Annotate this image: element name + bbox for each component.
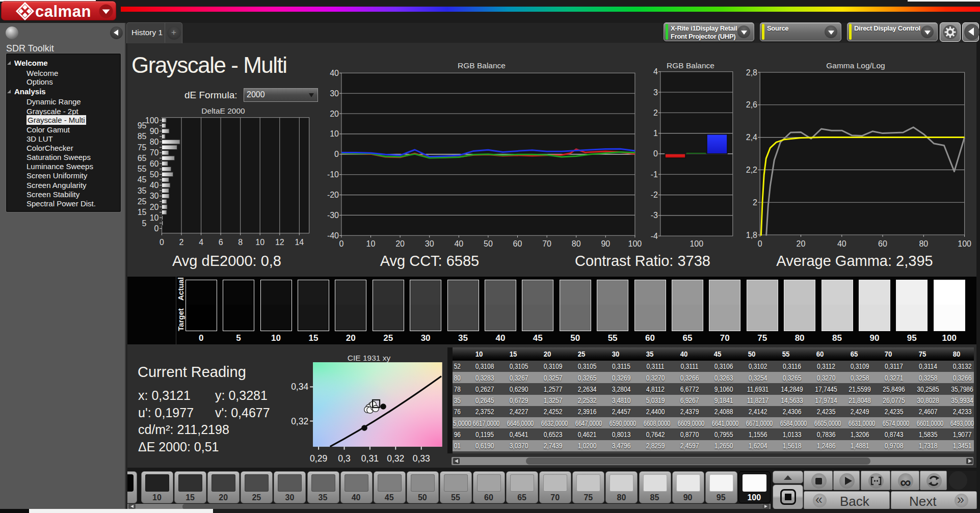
svg-text:20: 20: [150, 203, 159, 211]
svg-text:60: 60: [150, 159, 159, 168]
svg-text:-30: -30: [327, 211, 339, 220]
svg-text:60: 60: [878, 239, 887, 248]
svg-text:2,6: 2,6: [746, 100, 757, 109]
svg-text:2: 2: [753, 198, 757, 207]
svg-text:40: 40: [150, 181, 159, 190]
svg-text:25: 25: [138, 197, 147, 206]
svg-text:Gamma Log/Log: Gamma Log/Log: [826, 61, 885, 70]
svg-text:14: 14: [295, 238, 304, 247]
svg-text:CIE 1931 xy: CIE 1931 xy: [348, 354, 391, 362]
svg-text:30: 30: [330, 89, 339, 98]
svg-text:80: 80: [572, 239, 581, 248]
svg-text:0,31: 0,31: [361, 453, 379, 464]
svg-text:5: 5: [142, 219, 147, 228]
svg-text:10: 10: [255, 238, 264, 247]
svg-text:0: 0: [339, 239, 343, 248]
svg-text:calman: calman: [35, 3, 91, 20]
svg-text:-10: -10: [327, 170, 339, 179]
svg-text:12: 12: [275, 238, 284, 247]
svg-text:100: 100: [690, 239, 703, 248]
svg-text:70: 70: [150, 148, 159, 157]
svg-text:60: 60: [513, 239, 522, 248]
svg-text:80: 80: [919, 239, 928, 248]
svg-text:6: 6: [219, 238, 223, 247]
svg-text:90: 90: [150, 127, 159, 136]
svg-text:-4: -4: [651, 232, 658, 240]
svg-text:0,33: 0,33: [413, 453, 430, 464]
svg-text:95: 95: [138, 121, 147, 130]
svg-text:RGB Balance: RGB Balance: [667, 61, 714, 70]
svg-text:40: 40: [330, 69, 339, 77]
svg-text:100: 100: [145, 116, 159, 125]
svg-text:3: 3: [653, 88, 658, 97]
svg-text:0,34: 0,34: [291, 382, 308, 392]
svg-text:1: 1: [653, 129, 658, 138]
svg-text:70: 70: [542, 239, 551, 248]
svg-text:8: 8: [238, 238, 243, 247]
svg-text:40: 40: [454, 239, 463, 248]
svg-text:80: 80: [150, 138, 159, 146]
svg-text:55: 55: [138, 165, 147, 173]
svg-text:10: 10: [366, 239, 376, 248]
svg-text:0,32: 0,32: [387, 453, 404, 464]
svg-text:RGB Balance: RGB Balance: [458, 61, 506, 70]
svg-text:20: 20: [395, 239, 405, 248]
svg-text:0: 0: [154, 224, 159, 233]
svg-text:0: 0: [334, 150, 339, 158]
svg-text:1,8: 1,8: [746, 231, 757, 239]
svg-text:-40: -40: [327, 231, 339, 240]
svg-text:50: 50: [150, 170, 159, 179]
svg-text:0,32: 0,32: [291, 416, 308, 426]
svg-text:85: 85: [138, 132, 147, 141]
svg-text:-1: -1: [651, 170, 658, 179]
svg-text:90: 90: [601, 239, 610, 248]
svg-text:100: 100: [958, 239, 971, 248]
svg-text:45: 45: [138, 175, 147, 184]
svg-text:30: 30: [150, 192, 159, 200]
svg-text:0: 0: [160, 238, 164, 247]
svg-text:35: 35: [138, 186, 147, 195]
svg-text:2,8: 2,8: [746, 68, 757, 77]
svg-text:DeltaE 2000: DeltaE 2000: [201, 106, 245, 115]
svg-text:0: 0: [758, 239, 762, 248]
svg-text:10: 10: [330, 129, 339, 138]
svg-text:2: 2: [653, 109, 658, 117]
svg-text:2,4: 2,4: [746, 133, 757, 142]
svg-text:0,3: 0,3: [338, 453, 350, 464]
svg-text:2,2: 2,2: [746, 166, 757, 174]
svg-text:20: 20: [797, 239, 806, 248]
svg-text:30: 30: [425, 239, 434, 248]
svg-text:75: 75: [138, 143, 147, 152]
svg-text:4: 4: [199, 238, 203, 247]
svg-text:-20: -20: [327, 191, 339, 199]
svg-text:4: 4: [653, 67, 658, 76]
svg-text:0,29: 0,29: [310, 453, 327, 464]
svg-text:100: 100: [628, 239, 642, 248]
svg-text:-2: -2: [651, 191, 658, 199]
svg-text:-3: -3: [651, 211, 658, 220]
svg-text:15: 15: [138, 208, 147, 217]
svg-text:65: 65: [138, 154, 147, 163]
svg-text:50: 50: [484, 239, 493, 248]
svg-text:20: 20: [330, 110, 339, 118]
svg-text:40: 40: [837, 239, 846, 248]
svg-text:2: 2: [179, 238, 184, 247]
svg-text:0: 0: [653, 149, 658, 158]
svg-text:10: 10: [150, 213, 159, 222]
